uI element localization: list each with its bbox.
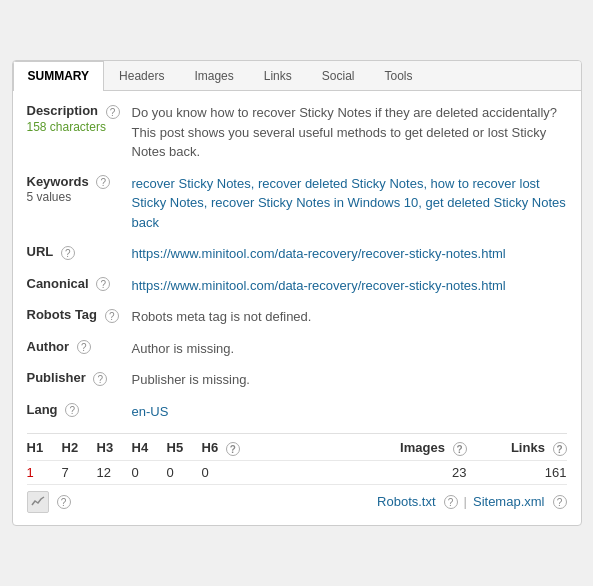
canonical-label: Canonical [27, 276, 89, 291]
url-row: URL ? https://www.minitool.com/data-reco… [27, 244, 567, 264]
sitemap-xml-link[interactable]: Sitemap.xml [473, 494, 545, 509]
main-panel: SUMMARY Headers Images Links Social Tool… [12, 60, 582, 526]
summary-content: Description ? 158 characters Do you know… [13, 91, 581, 525]
keywords-label-container: Keywords ? 5 values [27, 174, 132, 205]
keywords-row: Keywords ? 5 values recover Sticky Notes… [27, 174, 567, 233]
stats-header-row: H1 H2 H3 H4 H5 H6 ? Images ? Links ? [27, 434, 567, 461]
sitemap-xml-help-icon[interactable]: ? [553, 495, 567, 509]
description-sublabel: 158 characters [27, 120, 106, 134]
footer-row: ? Robots.txt ? | Sitemap.xml ? [27, 484, 567, 517]
keywords-value: recover Sticky Notes, recover deleted St… [132, 174, 567, 233]
tab-headers[interactable]: Headers [104, 61, 179, 90]
author-label: Author [27, 339, 70, 354]
robots-txt-help-icon[interactable]: ? [444, 495, 458, 509]
author-value: Author is missing. [132, 339, 567, 359]
robots-tag-label-container: Robots Tag ? [27, 307, 132, 323]
robots-tag-label: Robots Tag [27, 307, 98, 322]
col-h3-header: H3 [97, 440, 132, 456]
url-label: URL [27, 244, 54, 259]
publisher-help-icon[interactable]: ? [93, 372, 107, 386]
col-images-header: Images ? [367, 440, 467, 456]
col-h2-value: 7 [62, 465, 97, 480]
description-value: Do you know how to recover Sticky Notes … [132, 103, 567, 162]
publisher-label: Publisher [27, 370, 86, 385]
robots-tag-value: Robots meta tag is not defined. [132, 307, 567, 327]
keywords-sublabel: 5 values [27, 190, 72, 204]
col-h5-value: 0 [167, 465, 202, 480]
tab-tools[interactable]: Tools [369, 61, 427, 90]
url-help-icon[interactable]: ? [61, 246, 75, 260]
robots-tag-help-icon[interactable]: ? [105, 309, 119, 323]
canonical-value[interactable]: https://www.minitool.com/data-recovery/r… [132, 276, 567, 296]
tab-images[interactable]: Images [179, 61, 248, 90]
tab-social[interactable]: Social [307, 61, 370, 90]
url-value[interactable]: https://www.minitool.com/data-recovery/r… [132, 244, 567, 264]
col-h2-header: H2 [62, 440, 97, 456]
chart-help-icon[interactable]: ? [57, 495, 71, 509]
col-h4-header: H4 [132, 440, 167, 456]
col-h6-value: 0 [202, 465, 262, 480]
lang-label-container: Lang ? [27, 402, 132, 418]
tab-bar: SUMMARY Headers Images Links Social Tool… [13, 61, 581, 91]
lang-help-icon[interactable]: ? [65, 403, 79, 417]
robots-txt-link[interactable]: Robots.txt [377, 494, 436, 509]
lang-label: Lang [27, 402, 58, 417]
description-row: Description ? 158 characters Do you know… [27, 103, 567, 162]
tab-links[interactable]: Links [249, 61, 307, 90]
keywords-help-icon[interactable]: ? [96, 175, 110, 189]
publisher-row: Publisher ? Publisher is missing. [27, 370, 567, 390]
col-h1-header: H1 [27, 440, 62, 456]
links-help-icon[interactable]: ? [553, 442, 567, 456]
col-h6-header: H6 ? [202, 440, 262, 456]
chart-icon[interactable] [27, 491, 49, 513]
footer-links: Robots.txt ? | Sitemap.xml ? [377, 494, 566, 509]
tab-summary[interactable]: SUMMARY [13, 61, 105, 91]
author-help-icon[interactable]: ? [77, 340, 91, 354]
canonical-label-container: Canonical ? [27, 276, 132, 292]
robots-tag-row: Robots Tag ? Robots meta tag is not defi… [27, 307, 567, 327]
col-h5-header: H5 [167, 440, 202, 456]
author-row: Author ? Author is missing. [27, 339, 567, 359]
publisher-value: Publisher is missing. [132, 370, 567, 390]
publisher-label-container: Publisher ? [27, 370, 132, 386]
lang-row: Lang ? en-US [27, 402, 567, 422]
keywords-label: Keywords [27, 174, 89, 189]
footer-divider: | [464, 494, 467, 509]
description-label: Description [27, 103, 99, 118]
h6-help-icon[interactable]: ? [226, 442, 240, 456]
canonical-row: Canonical ? https://www.minitool.com/dat… [27, 276, 567, 296]
description-label-container: Description ? 158 characters [27, 103, 132, 134]
canonical-help-icon[interactable]: ? [96, 277, 110, 291]
col-h1-value: 1 [27, 465, 62, 480]
col-links-value: 161 [467, 465, 567, 480]
stats-table: H1 H2 H3 H4 H5 H6 ? Images ? Links ? [27, 433, 567, 517]
stats-data-row: 1 7 12 0 0 0 23 161 [27, 461, 567, 484]
description-help-icon[interactable]: ? [106, 105, 120, 119]
url-label-container: URL ? [27, 244, 132, 260]
col-images-value: 23 [367, 465, 467, 480]
images-help-icon[interactable]: ? [453, 442, 467, 456]
col-h3-value: 12 [97, 465, 132, 480]
lang-value: en-US [132, 402, 567, 422]
col-h4-value: 0 [132, 465, 167, 480]
col-links-header: Links ? [467, 440, 567, 456]
author-label-container: Author ? [27, 339, 132, 355]
